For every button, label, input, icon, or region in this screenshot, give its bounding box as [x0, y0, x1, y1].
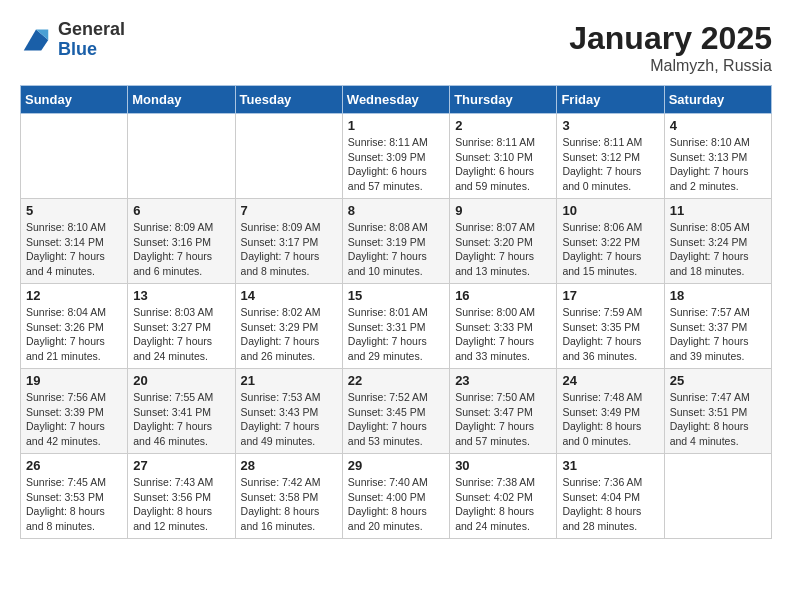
day-info: Sunrise: 8:11 AM Sunset: 3:09 PM Dayligh…	[348, 135, 444, 194]
logo-icon	[20, 26, 52, 54]
day-number: 31	[562, 458, 658, 473]
calendar-cell: 9Sunrise: 8:07 AM Sunset: 3:20 PM Daylig…	[450, 199, 557, 284]
day-number: 11	[670, 203, 766, 218]
calendar-cell: 2Sunrise: 8:11 AM Sunset: 3:10 PM Daylig…	[450, 114, 557, 199]
calendar-cell: 26Sunrise: 7:45 AM Sunset: 3:53 PM Dayli…	[21, 454, 128, 539]
calendar-week-row: 1Sunrise: 8:11 AM Sunset: 3:09 PM Daylig…	[21, 114, 772, 199]
weekday-header-row: SundayMondayTuesdayWednesdayThursdayFrid…	[21, 86, 772, 114]
day-info: Sunrise: 8:00 AM Sunset: 3:33 PM Dayligh…	[455, 305, 551, 364]
logo-text: General Blue	[58, 20, 125, 60]
day-number: 18	[670, 288, 766, 303]
day-number: 25	[670, 373, 766, 388]
calendar-cell: 12Sunrise: 8:04 AM Sunset: 3:26 PM Dayli…	[21, 284, 128, 369]
page-header: General Blue January 2025 Malmyzh, Russi…	[20, 20, 772, 75]
day-info: Sunrise: 7:36 AM Sunset: 4:04 PM Dayligh…	[562, 475, 658, 534]
calendar-cell: 17Sunrise: 7:59 AM Sunset: 3:35 PM Dayli…	[557, 284, 664, 369]
day-number: 3	[562, 118, 658, 133]
day-info: Sunrise: 7:48 AM Sunset: 3:49 PM Dayligh…	[562, 390, 658, 449]
day-info: Sunrise: 8:04 AM Sunset: 3:26 PM Dayligh…	[26, 305, 122, 364]
calendar-cell	[664, 454, 771, 539]
day-info: Sunrise: 7:40 AM Sunset: 4:00 PM Dayligh…	[348, 475, 444, 534]
calendar-cell: 10Sunrise: 8:06 AM Sunset: 3:22 PM Dayli…	[557, 199, 664, 284]
day-number: 8	[348, 203, 444, 218]
calendar-cell: 15Sunrise: 8:01 AM Sunset: 3:31 PM Dayli…	[342, 284, 449, 369]
calendar-cell: 18Sunrise: 7:57 AM Sunset: 3:37 PM Dayli…	[664, 284, 771, 369]
day-number: 14	[241, 288, 337, 303]
calendar-cell: 23Sunrise: 7:50 AM Sunset: 3:47 PM Dayli…	[450, 369, 557, 454]
day-info: Sunrise: 8:05 AM Sunset: 3:24 PM Dayligh…	[670, 220, 766, 279]
weekday-header: Sunday	[21, 86, 128, 114]
calendar-cell: 13Sunrise: 8:03 AM Sunset: 3:27 PM Dayli…	[128, 284, 235, 369]
day-number: 4	[670, 118, 766, 133]
day-number: 30	[455, 458, 551, 473]
calendar-cell: 30Sunrise: 7:38 AM Sunset: 4:02 PM Dayli…	[450, 454, 557, 539]
calendar-cell: 20Sunrise: 7:55 AM Sunset: 3:41 PM Dayli…	[128, 369, 235, 454]
day-info: Sunrise: 8:11 AM Sunset: 3:12 PM Dayligh…	[562, 135, 658, 194]
calendar-cell: 31Sunrise: 7:36 AM Sunset: 4:04 PM Dayli…	[557, 454, 664, 539]
day-info: Sunrise: 7:56 AM Sunset: 3:39 PM Dayligh…	[26, 390, 122, 449]
calendar-week-row: 19Sunrise: 7:56 AM Sunset: 3:39 PM Dayli…	[21, 369, 772, 454]
calendar-cell: 19Sunrise: 7:56 AM Sunset: 3:39 PM Dayli…	[21, 369, 128, 454]
calendar-cell: 14Sunrise: 8:02 AM Sunset: 3:29 PM Dayli…	[235, 284, 342, 369]
day-info: Sunrise: 7:47 AM Sunset: 3:51 PM Dayligh…	[670, 390, 766, 449]
calendar-cell	[128, 114, 235, 199]
day-info: Sunrise: 8:10 AM Sunset: 3:14 PM Dayligh…	[26, 220, 122, 279]
day-info: Sunrise: 7:45 AM Sunset: 3:53 PM Dayligh…	[26, 475, 122, 534]
weekday-header: Tuesday	[235, 86, 342, 114]
calendar-cell: 6Sunrise: 8:09 AM Sunset: 3:16 PM Daylig…	[128, 199, 235, 284]
day-info: Sunrise: 7:50 AM Sunset: 3:47 PM Dayligh…	[455, 390, 551, 449]
day-number: 29	[348, 458, 444, 473]
day-info: Sunrise: 8:08 AM Sunset: 3:19 PM Dayligh…	[348, 220, 444, 279]
day-info: Sunrise: 8:01 AM Sunset: 3:31 PM Dayligh…	[348, 305, 444, 364]
day-number: 2	[455, 118, 551, 133]
logo: General Blue	[20, 20, 125, 60]
calendar-cell: 25Sunrise: 7:47 AM Sunset: 3:51 PM Dayli…	[664, 369, 771, 454]
day-info: Sunrise: 8:03 AM Sunset: 3:27 PM Dayligh…	[133, 305, 229, 364]
day-number: 9	[455, 203, 551, 218]
calendar-cell: 21Sunrise: 7:53 AM Sunset: 3:43 PM Dayli…	[235, 369, 342, 454]
weekday-header: Wednesday	[342, 86, 449, 114]
calendar-week-row: 5Sunrise: 8:10 AM Sunset: 3:14 PM Daylig…	[21, 199, 772, 284]
calendar-week-row: 26Sunrise: 7:45 AM Sunset: 3:53 PM Dayli…	[21, 454, 772, 539]
day-number: 20	[133, 373, 229, 388]
calendar-table: SundayMondayTuesdayWednesdayThursdayFrid…	[20, 85, 772, 539]
calendar-cell: 11Sunrise: 8:05 AM Sunset: 3:24 PM Dayli…	[664, 199, 771, 284]
calendar-cell: 7Sunrise: 8:09 AM Sunset: 3:17 PM Daylig…	[235, 199, 342, 284]
day-number: 15	[348, 288, 444, 303]
weekday-header: Thursday	[450, 86, 557, 114]
day-info: Sunrise: 7:52 AM Sunset: 3:45 PM Dayligh…	[348, 390, 444, 449]
day-number: 17	[562, 288, 658, 303]
calendar-cell: 4Sunrise: 8:10 AM Sunset: 3:13 PM Daylig…	[664, 114, 771, 199]
weekday-header: Saturday	[664, 86, 771, 114]
day-info: Sunrise: 8:07 AM Sunset: 3:20 PM Dayligh…	[455, 220, 551, 279]
title-block: January 2025 Malmyzh, Russia	[569, 20, 772, 75]
day-info: Sunrise: 7:55 AM Sunset: 3:41 PM Dayligh…	[133, 390, 229, 449]
day-number: 22	[348, 373, 444, 388]
calendar-cell: 27Sunrise: 7:43 AM Sunset: 3:56 PM Dayli…	[128, 454, 235, 539]
day-info: Sunrise: 8:09 AM Sunset: 3:16 PM Dayligh…	[133, 220, 229, 279]
day-info: Sunrise: 8:10 AM Sunset: 3:13 PM Dayligh…	[670, 135, 766, 194]
day-info: Sunrise: 7:42 AM Sunset: 3:58 PM Dayligh…	[241, 475, 337, 534]
calendar-cell: 28Sunrise: 7:42 AM Sunset: 3:58 PM Dayli…	[235, 454, 342, 539]
day-number: 28	[241, 458, 337, 473]
calendar-subtitle: Malmyzh, Russia	[569, 57, 772, 75]
calendar-cell: 16Sunrise: 8:00 AM Sunset: 3:33 PM Dayli…	[450, 284, 557, 369]
day-info: Sunrise: 7:38 AM Sunset: 4:02 PM Dayligh…	[455, 475, 551, 534]
day-info: Sunrise: 7:57 AM Sunset: 3:37 PM Dayligh…	[670, 305, 766, 364]
day-number: 24	[562, 373, 658, 388]
day-info: Sunrise: 7:43 AM Sunset: 3:56 PM Dayligh…	[133, 475, 229, 534]
calendar-cell: 1Sunrise: 8:11 AM Sunset: 3:09 PM Daylig…	[342, 114, 449, 199]
weekday-header: Monday	[128, 86, 235, 114]
calendar-cell: 8Sunrise: 8:08 AM Sunset: 3:19 PM Daylig…	[342, 199, 449, 284]
calendar-cell: 22Sunrise: 7:52 AM Sunset: 3:45 PM Dayli…	[342, 369, 449, 454]
day-number: 7	[241, 203, 337, 218]
day-info: Sunrise: 8:11 AM Sunset: 3:10 PM Dayligh…	[455, 135, 551, 194]
calendar-cell: 24Sunrise: 7:48 AM Sunset: 3:49 PM Dayli…	[557, 369, 664, 454]
day-info: Sunrise: 8:09 AM Sunset: 3:17 PM Dayligh…	[241, 220, 337, 279]
day-info: Sunrise: 8:02 AM Sunset: 3:29 PM Dayligh…	[241, 305, 337, 364]
day-number: 16	[455, 288, 551, 303]
day-number: 26	[26, 458, 122, 473]
day-info: Sunrise: 8:06 AM Sunset: 3:22 PM Dayligh…	[562, 220, 658, 279]
weekday-header: Friday	[557, 86, 664, 114]
day-number: 13	[133, 288, 229, 303]
